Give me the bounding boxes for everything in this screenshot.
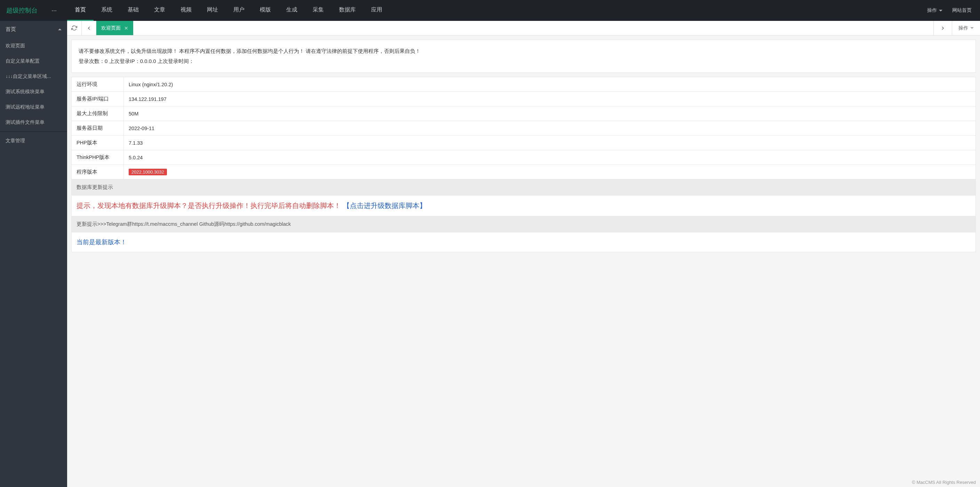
nav-item-7[interactable]: 模版 — [252, 0, 278, 21]
table-row: ThinkPHP版本5.0.24 — [72, 150, 976, 165]
header-right-actions: 操作 网站首页 — [927, 7, 976, 14]
row-value: 2022-09-11 — [124, 121, 976, 136]
table-row: 最大上传限制50M — [72, 107, 976, 121]
back-button[interactable] — [82, 21, 96, 35]
row-value: 2022.1000.3032 — [124, 165, 976, 180]
notice-login-info: 登录次数：0 上次登录IP：0.0.0.0 上次登录时间： — [79, 56, 969, 67]
row-value: 134.122.191.197 — [124, 92, 976, 107]
sidebar-bottom-item-0[interactable]: 文章管理 — [0, 133, 67, 148]
notice-line1: 请不要修改系统文件，以免升级出现故障！ 本程序不内置任何数据，添加任何数据均是个… — [79, 46, 969, 56]
more-icon[interactable]: ··· — [41, 7, 67, 14]
nav-item-5[interactable]: 网址 — [199, 0, 226, 21]
tab-welcome[interactable]: 欢迎页面 ✕ — [96, 21, 133, 35]
db-update-warn: 提示，发现本地有数据库升级脚本？是否执行升级操作！执行完毕后将自动删除脚本！ — [76, 202, 343, 209]
sidebar-item-5[interactable]: 测试插件文件菜单 — [0, 115, 67, 130]
action-dropdown[interactable]: 操作 — [927, 7, 942, 14]
next-button[interactable] — [934, 21, 952, 35]
nav-item-4[interactable]: 视频 — [173, 0, 199, 21]
nav-item-10[interactable]: 数据库 — [331, 0, 363, 21]
row-value: 5.0.24 — [124, 150, 976, 165]
chevron-right-icon — [940, 25, 946, 31]
db-update-link[interactable]: 【点击进升级数据库脚本】 — [343, 202, 426, 209]
nav-item-8[interactable]: 生成 — [278, 0, 305, 21]
tab-action-dropdown[interactable]: 操作 — [952, 21, 980, 35]
update-tip-body: 当前是最新版本！ — [71, 232, 976, 252]
footer-copyright: © MacCMS All Rights Reserved — [912, 480, 976, 485]
top-nav: 首页系统基础文章视频网址用户模版生成采集数据库应用 — [67, 0, 390, 21]
caret-up-icon — [58, 29, 62, 30]
logo: 超级控制台 — [3, 6, 41, 14]
row-label: 服务器IP/端口 — [72, 92, 124, 107]
nav-item-6[interactable]: 用户 — [226, 0, 252, 21]
top-header: 超级控制台 ··· 首页系统基础文章视频网址用户模版生成采集数据库应用 操作 网… — [0, 0, 980, 21]
nav-item-2[interactable]: 基础 — [120, 0, 146, 21]
row-value: 7.1.33 — [124, 136, 976, 150]
action-label: 操作 — [927, 7, 937, 14]
row-value: Linux (nginx/1.20.2) — [124, 77, 976, 92]
table-row: 运行环境Linux (nginx/1.20.2) — [72, 77, 976, 92]
nav-item-3[interactable]: 文章 — [146, 0, 173, 21]
caret-down-icon — [939, 10, 942, 11]
table-row: 服务器日期2022-09-11 — [72, 121, 976, 136]
update-tip-header: 更新提示>>>Telegram群https://t.me/maccms_chan… — [71, 216, 976, 232]
db-update-body: 提示，发现本地有数据库升级脚本？是否执行升级操作！执行完毕后将自动删除脚本！ 【… — [71, 196, 976, 216]
tab-bar: 欢迎页面 ✕ 操作 — [67, 21, 980, 35]
close-icon[interactable]: ✕ — [124, 25, 128, 31]
notice-box: 请不要修改系统文件，以免升级出现故障！ 本程序不内置任何数据，添加任何数据均是个… — [71, 40, 976, 73]
sidebar-item-3[interactable]: 测试系统模块菜单 — [0, 84, 67, 99]
row-label: 最大上传限制 — [72, 107, 124, 121]
version-badge: 2022.1000.3032 — [129, 169, 167, 175]
row-label: PHP版本 — [72, 136, 124, 150]
content-area: 欢迎页面 ✕ 操作 请不要修改系统文件，以免升级出现故障！ 本程序不内置任何数据… — [67, 21, 980, 487]
sidebar-item-4[interactable]: 测试远程地址菜单 — [0, 99, 67, 115]
page-content: 请不要修改系统文件，以免升级出现故障！ 本程序不内置任何数据，添加任何数据均是个… — [67, 35, 980, 487]
db-update-header: 数据库更新提示 — [71, 180, 976, 196]
sidebar-header[interactable]: 首页 — [0, 21, 67, 38]
tab-label: 欢迎页面 — [101, 25, 121, 31]
row-label: 服务器日期 — [72, 121, 124, 136]
info-table: 运行环境Linux (nginx/1.20.2)服务器IP/端口134.122.… — [71, 77, 976, 180]
sidebar-item-2[interactable]: ↓↓↓自定义菜单区域... — [0, 69, 67, 84]
nav-item-0[interactable]: 首页 — [67, 0, 94, 21]
row-label: 程序版本 — [72, 165, 124, 180]
chevron-left-icon — [86, 25, 92, 31]
nav-item-11[interactable]: 应用 — [363, 0, 390, 21]
tab-action-label: 操作 — [958, 25, 968, 31]
refresh-icon — [71, 25, 77, 31]
sidebar-header-label: 首页 — [6, 26, 16, 33]
row-value: 50M — [124, 107, 976, 121]
table-row: PHP版本7.1.33 — [72, 136, 976, 150]
caret-down-icon — [970, 27, 974, 29]
sidebar-divider — [0, 132, 67, 132]
sidebar-item-0[interactable]: 欢迎页面 — [0, 38, 67, 54]
row-label: 运行环境 — [72, 77, 124, 92]
refresh-button[interactable] — [67, 21, 82, 35]
nav-item-1[interactable]: 系统 — [94, 0, 120, 21]
nav-item-9[interactable]: 采集 — [305, 0, 331, 21]
table-row: 服务器IP/端口134.122.191.197 — [72, 92, 976, 107]
sidebar: 首页 欢迎页面自定义菜单配置↓↓↓自定义菜单区域...测试系统模块菜单测试远程地… — [0, 21, 67, 487]
row-label: ThinkPHP版本 — [72, 150, 124, 165]
sidebar-item-1[interactable]: 自定义菜单配置 — [0, 54, 67, 69]
site-home-link[interactable]: 网站首页 — [952, 7, 972, 14]
update-latest-text: 当前是最新版本！ — [76, 239, 127, 245]
table-row: 程序版本2022.1000.3032 — [72, 165, 976, 180]
